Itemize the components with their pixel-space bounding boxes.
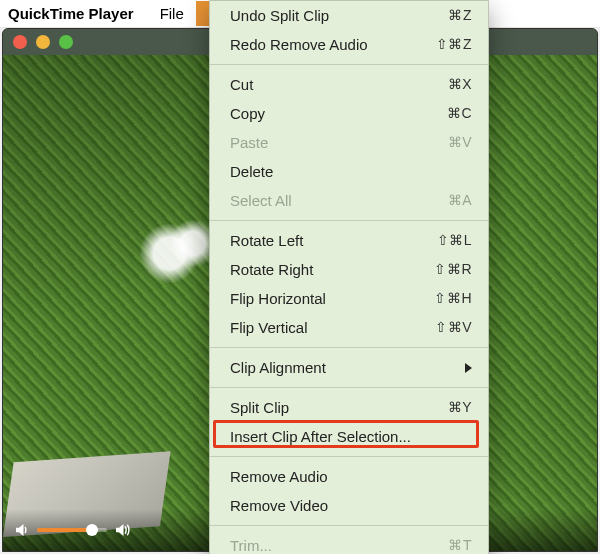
edit-menu-dropdown: Undo Split Clip ⌘Z Redo Remove Audio ⇧⌘Z… (209, 0, 489, 554)
menu-separator (210, 347, 488, 348)
volume-knob[interactable] (86, 524, 98, 536)
menu-item-label: Clip Alignment (230, 357, 326, 378)
menu-item-label: Remove Video (230, 495, 328, 516)
menu-item-shortcut: ⇧⌘H (434, 289, 472, 309)
menu-separator (210, 525, 488, 526)
menu-item-undo[interactable]: Undo Split Clip ⌘Z (210, 1, 488, 30)
submenu-arrow-icon (465, 363, 472, 373)
menu-item-remove-audio[interactable]: Remove Audio (210, 462, 488, 491)
menu-item-label: Cut (230, 74, 253, 95)
menu-item-shortcut: ⇧⌘V (435, 318, 472, 338)
menu-item-label: Rotate Right (230, 259, 313, 280)
menu-item-rotate-left[interactable]: Rotate Left ⇧⌘L (210, 226, 488, 255)
menu-item-label: Flip Horizontal (230, 288, 326, 309)
menu-item-label: Split Clip (230, 397, 289, 418)
menu-item-shortcut: ⇧⌘Z (436, 35, 472, 55)
menu-item-label: Flip Vertical (230, 317, 308, 338)
menu-item-paste: Paste ⌘V (210, 128, 488, 157)
menu-item-shortcut: ⌘X (448, 75, 472, 95)
menu-item-shortcut: ⌘C (447, 104, 472, 124)
menu-item-label: Trim... (230, 535, 272, 554)
minimize-icon[interactable] (36, 35, 50, 49)
menu-item-redo[interactable]: Redo Remove Audio ⇧⌘Z (210, 30, 488, 59)
close-icon[interactable] (13, 35, 27, 49)
menu-item-label: Remove Audio (230, 466, 328, 487)
menu-item-trim: Trim... ⌘T (210, 531, 488, 554)
menu-item-label: Rotate Left (230, 230, 303, 251)
menu-item-label: Undo Split Clip (230, 5, 329, 26)
volume-slider[interactable] (37, 528, 107, 532)
menu-item-shortcut: ⌘T (448, 536, 472, 554)
menu-item-shortcut: ⌘Y (448, 398, 472, 418)
menu-item-copy[interactable]: Copy ⌘C (210, 99, 488, 128)
volume-up-icon[interactable] (113, 521, 131, 539)
menu-item-delete[interactable]: Delete (210, 157, 488, 186)
menu-item-flip-horizontal[interactable]: Flip Horizontal ⇧⌘H (210, 284, 488, 313)
menu-item-shortcut: ⌘Z (448, 6, 472, 26)
volume-fill (37, 528, 87, 532)
menu-item-label: Copy (230, 103, 265, 124)
menu-separator (210, 220, 488, 221)
volume-mute-icon[interactable] (13, 521, 31, 539)
app-title: QuickTime Player (8, 5, 134, 22)
menu-item-shortcut: ⌘A (448, 191, 472, 211)
menu-item-insert-clip[interactable]: Insert Clip After Selection... (210, 422, 488, 451)
menu-item-remove-video[interactable]: Remove Video (210, 491, 488, 520)
menu-item-shortcut: ⌘V (448, 133, 472, 153)
menu-separator (210, 64, 488, 65)
menu-item-split-clip[interactable]: Split Clip ⌘Y (210, 393, 488, 422)
menu-item-label: Redo Remove Audio (230, 34, 368, 55)
menu-item-label: Delete (230, 161, 273, 182)
menu-separator (210, 456, 488, 457)
maximize-icon[interactable] (59, 35, 73, 49)
menu-separator (210, 387, 488, 388)
menubar-item-file[interactable]: File (148, 1, 196, 26)
menu-item-cut[interactable]: Cut ⌘X (210, 70, 488, 99)
menu-item-shortcut: ⇧⌘L (437, 231, 472, 251)
menu-item-flip-vertical[interactable]: Flip Vertical ⇧⌘V (210, 313, 488, 342)
menu-item-shortcut: ⇧⌘R (434, 260, 472, 280)
menu-item-label: Paste (230, 132, 268, 153)
menu-item-label: Insert Clip After Selection... (230, 426, 411, 447)
menu-item-label: Select All (230, 190, 292, 211)
menu-item-rotate-right[interactable]: Rotate Right ⇧⌘R (210, 255, 488, 284)
menu-item-select-all: Select All ⌘A (210, 186, 488, 215)
menu-item-clip-alignment[interactable]: Clip Alignment (210, 353, 488, 382)
